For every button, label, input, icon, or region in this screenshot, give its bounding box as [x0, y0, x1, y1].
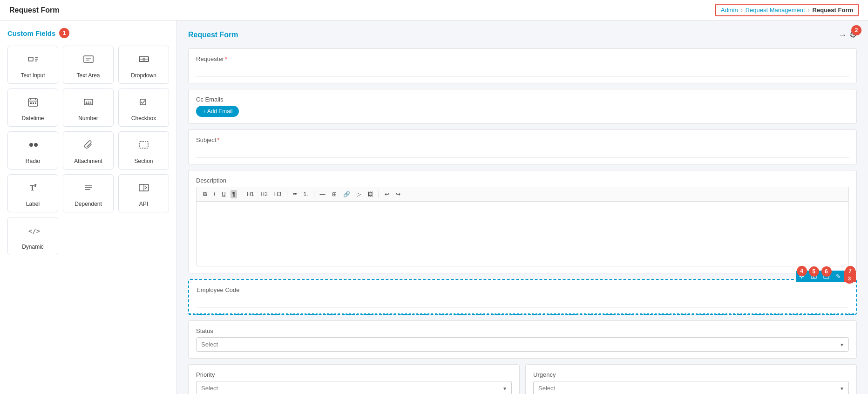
- delete-btn-container: ✕ 7: [844, 271, 856, 282]
- subject-required: *: [217, 136, 219, 143]
- ol-button[interactable]: 1.: [302, 190, 310, 198]
- dependent-icon: [82, 181, 95, 197]
- field-card-datetime-label: Datetime: [21, 115, 44, 122]
- breadcrumb-admin[interactable]: Admin: [721, 7, 738, 14]
- split-btn-container: 5: [807, 271, 820, 282]
- ul-button[interactable]: ••: [291, 190, 298, 198]
- edit-button[interactable]: ✎: [833, 271, 844, 282]
- paragraph-button[interactable]: ¶: [231, 190, 237, 198]
- bold-button[interactable]: B: [201, 190, 209, 198]
- split-button[interactable]: [807, 271, 820, 282]
- breadcrumb-request-management[interactable]: Request Management: [746, 7, 805, 14]
- urgency-select-wrapper: Select ▼: [533, 381, 849, 394]
- video-button[interactable]: ▷: [355, 190, 363, 198]
- status-select[interactable]: Select: [196, 337, 849, 352]
- main-layout: Custom Fields 1 Text Input: [0, 20, 868, 394]
- sidebar: Custom Fields 1 Text Input: [0, 20, 177, 394]
- field-card-label[interactable]: T T Label: [7, 174, 58, 212]
- field-card-dynamic-label: Dynamic: [22, 244, 44, 250]
- h2-button[interactable]: H2: [258, 190, 269, 198]
- urgency-label: Urgency: [533, 371, 849, 378]
- editor-toolbar: B I U ¶ H1 H2 H3 •• 1. — ⊞ 🔗 ▷ 🖼 ↩ ↪: [196, 187, 849, 201]
- employee-code-section: Employee Code → 3 ✛: [188, 279, 857, 315]
- status-label: Status: [196, 327, 849, 334]
- field-card-section[interactable]: Section: [118, 131, 169, 170]
- field-card-dependent-label: Dependent: [75, 201, 102, 207]
- underline-button[interactable]: U: [220, 190, 228, 198]
- field-card-number[interactable]: 123 Number: [63, 88, 114, 127]
- field-card-attachment[interactable]: Attachment: [63, 131, 114, 170]
- text-area-icon: [82, 53, 95, 68]
- h1-button[interactable]: H1: [245, 190, 256, 198]
- radio-icon: [27, 138, 40, 154]
- h3-button[interactable]: H3: [272, 190, 283, 198]
- breadcrumb-sep-2: ›: [808, 7, 810, 14]
- svg-rect-37: [811, 274, 814, 279]
- italic-button[interactable]: I: [212, 190, 217, 198]
- svg-rect-21: [33, 102, 34, 104]
- svg-rect-4: [84, 56, 93, 62]
- svg-rect-22: [35, 102, 36, 104]
- image-button[interactable]: 🖼: [366, 190, 375, 198]
- subject-input[interactable]: [196, 146, 849, 157]
- field-card-dependent[interactable]: Dependent: [63, 174, 114, 212]
- priority-select[interactable]: Select: [196, 381, 512, 394]
- sidebar-title: Custom Fields: [7, 29, 55, 37]
- add-email-button[interactable]: + Add Email: [196, 106, 239, 117]
- employee-code-input[interactable]: [197, 296, 848, 307]
- sidebar-badge: 1: [59, 28, 69, 38]
- field-card-attachment-label: Attachment: [74, 158, 102, 164]
- hr-button[interactable]: —: [318, 190, 327, 198]
- svg-rect-0: [28, 57, 33, 61]
- field-card-checkbox-label: Checkbox: [131, 115, 156, 122]
- sidebar-header: Custom Fields 1: [7, 28, 169, 38]
- field-card-datetime[interactable]: Datetime: [7, 88, 58, 127]
- description-label: Description: [196, 177, 849, 184]
- field-card-text-input[interactable]: Text Input: [7, 46, 58, 84]
- requester-required: *: [225, 55, 227, 62]
- breadcrumb-request-form: Request Form: [813, 7, 853, 14]
- datetime-icon: [27, 95, 40, 111]
- field-card-section-label: Section: [134, 158, 153, 164]
- cc-emails-section: Cc Emails + Add Email: [188, 89, 857, 124]
- field-card-dynamic[interactable]: </> Dynamic: [7, 217, 58, 255]
- field-card-text-area[interactable]: Text Area: [63, 46, 114, 84]
- content-area: Request Form → ⚙ 2 Requester * Cc Emails: [177, 20, 868, 394]
- move-btn-container: ✛ 4: [796, 271, 807, 282]
- svg-rect-25: [140, 99, 146, 105]
- urgency-select[interactable]: Select: [533, 381, 849, 394]
- move-button[interactable]: ✛: [796, 271, 807, 282]
- delete-button[interactable]: ✕: [844, 271, 856, 282]
- field-card-radio[interactable]: Radio: [7, 131, 58, 170]
- link-button[interactable]: 🔗: [341, 190, 352, 198]
- field-card-dropdown[interactable]: ☰ Dropdown: [118, 46, 169, 84]
- toolbar-sep-1: [241, 190, 241, 198]
- svg-text:</>: </>: [28, 227, 40, 235]
- undo-button[interactable]: ↩: [383, 190, 391, 198]
- description-section: Description B I U ¶ H1 H2 H3 •• 1. — ⊞ 🔗…: [188, 170, 857, 273]
- redo-button[interactable]: ↪: [394, 190, 402, 198]
- top-bar: Request Form Admin › Request Management …: [0, 0, 868, 20]
- text-input-icon: [27, 53, 40, 68]
- status-section: Status Select ▼: [188, 320, 857, 359]
- checkbox-icon: [137, 95, 150, 111]
- description-editor-body[interactable]: [196, 201, 849, 266]
- priority-select-wrapper: Select ▼: [196, 381, 512, 394]
- svg-text:T: T: [34, 183, 37, 188]
- cc-emails-label: Cc Emails: [196, 96, 849, 103]
- field-card-api[interactable]: API: [118, 174, 169, 212]
- priority-urgency-row: Priority Select ▼ Urgency Select ▼: [188, 364, 857, 394]
- fields-grid: Text Input Text Area: [7, 46, 169, 255]
- field-card-checkbox[interactable]: Checkbox: [118, 88, 169, 127]
- subject-label: Subject *: [196, 136, 849, 143]
- table-button[interactable]: ⊞: [330, 190, 339, 198]
- svg-rect-28: [140, 142, 148, 148]
- svg-point-26: [29, 143, 33, 147]
- requester-input[interactable]: [196, 65, 849, 76]
- gear-button[interactable]: ⚙: [849, 30, 857, 40]
- expand-button[interactable]: [820, 271, 833, 282]
- requester-section: Requester *: [188, 48, 857, 83]
- employee-code-label: Employee Code: [197, 286, 848, 293]
- field-card-api-label: API: [139, 201, 148, 207]
- employee-toolbar: ✛ 4 5: [796, 271, 856, 282]
